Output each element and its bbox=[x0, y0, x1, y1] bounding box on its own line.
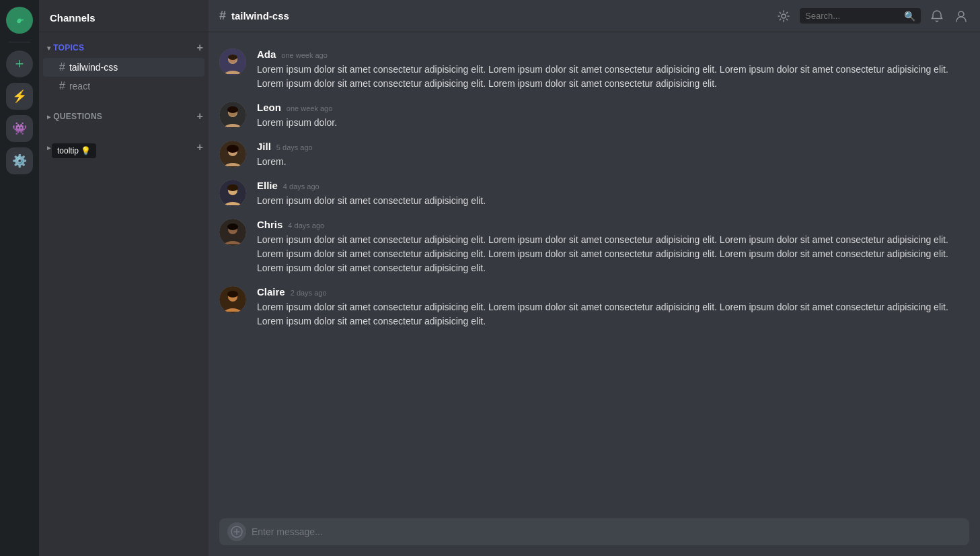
add-questions-button[interactable]: + bbox=[196, 110, 203, 123]
message-header: Chris 4 days ago bbox=[257, 219, 969, 230]
sidebar-title: Channels bbox=[50, 12, 198, 24]
message-item: Ellie 4 days ago Lorem ipsum dolor sit a… bbox=[209, 174, 980, 213]
avatar bbox=[219, 48, 246, 75]
message-timestamp: 2 days ago bbox=[291, 289, 327, 297]
add-attachment-button[interactable] bbox=[227, 522, 246, 541]
user-profile-button[interactable] bbox=[953, 8, 969, 24]
message-header: Ada one week ago bbox=[257, 48, 969, 60]
message-input-area bbox=[209, 518, 980, 556]
message-item: Ada one week ago Lorem ipsum dolor sit a… bbox=[209, 43, 980, 96]
sidebar: Channels ▾ Topics + # tailwind-css # rea… bbox=[39, 0, 209, 556]
current-channel-name: tailwind-css bbox=[231, 10, 289, 22]
category-questions-label: Questions bbox=[53, 112, 102, 121]
message-author: Chris bbox=[257, 219, 282, 230]
message-item: Jill 5 days ago Lorem. bbox=[209, 135, 980, 174]
message-author: Claire bbox=[257, 286, 285, 298]
channel-name-react: react bbox=[69, 81, 90, 92]
chevron-right-icon: ▸ bbox=[47, 113, 50, 120]
chevron-right-icon2: ▸ bbox=[47, 144, 50, 151]
message-header: Leon one week ago bbox=[257, 102, 969, 113]
message-input[interactable] bbox=[252, 518, 961, 545]
sidebar-category-questions[interactable]: ▸ Questions + bbox=[39, 106, 209, 127]
sidebar-header: Channels bbox=[39, 0, 209, 32]
hash-icon: # bbox=[59, 61, 65, 73]
message-content: Claire 2 days ago Lorem ipsum dolor sit … bbox=[257, 286, 969, 328]
svg-point-19 bbox=[227, 223, 238, 230]
svg-point-1 bbox=[782, 14, 786, 18]
nav-settings-button[interactable]: ⚙️ tooltip 💡 bbox=[6, 147, 33, 174]
main-content: # tailwind-css 🔍 bbox=[209, 0, 980, 556]
message-content: Jill 5 days ago Lorem. bbox=[257, 141, 969, 169]
avatar bbox=[219, 102, 246, 129]
message-text: Lorem ipsum dolor sit amet consectetur a… bbox=[257, 194, 969, 208]
svg-point-22 bbox=[227, 291, 238, 298]
sidebar-channel-react[interactable]: # react bbox=[43, 77, 204, 96]
svg-point-16 bbox=[227, 184, 238, 191]
channel-name-tailwind: tailwind-css bbox=[69, 62, 118, 73]
nav-alien-button[interactable]: 👾 bbox=[6, 115, 33, 142]
app-logo-icon[interactable] bbox=[6, 7, 33, 34]
message-content: Ada one week ago Lorem ipsum dolor sit a… bbox=[257, 48, 969, 91]
settings-gear-button[interactable] bbox=[776, 8, 792, 24]
add-random-button[interactable]: + bbox=[196, 141, 203, 153]
add-icon: + bbox=[15, 55, 24, 73]
message-author: Ellie bbox=[257, 180, 278, 191]
message-content: Chris 4 days ago Lorem ipsum dolor sit a… bbox=[257, 219, 969, 275]
avatar bbox=[219, 286, 246, 313]
settings-icon: ⚙️ bbox=[12, 153, 27, 168]
nav-lightning-button[interactable]: ⚡ bbox=[6, 83, 33, 110]
message-timestamp: 4 days ago bbox=[288, 221, 324, 230]
message-item: Leon one week ago Lorem ipsum dolor. bbox=[209, 96, 980, 135]
message-timestamp: one week ago bbox=[287, 104, 333, 112]
svg-point-6 bbox=[228, 55, 237, 60]
message-input-box bbox=[219, 518, 969, 545]
sidebar-section-questions: ▸ Questions + bbox=[39, 101, 209, 132]
message-author: Jill bbox=[257, 141, 271, 152]
add-server-button[interactable]: + bbox=[6, 50, 33, 77]
category-topics-label: Topics bbox=[53, 43, 84, 53]
icon-bar-divider bbox=[9, 42, 30, 42]
hash-icon: # bbox=[59, 80, 65, 92]
svg-point-2 bbox=[958, 11, 964, 17]
message-text: Lorem ipsum dolor. bbox=[257, 116, 969, 130]
search-container: 🔍 bbox=[800, 8, 921, 24]
message-text: Lorem. bbox=[257, 155, 969, 169]
lightning-icon: ⚡ bbox=[12, 89, 27, 104]
message-header: Claire 2 days ago bbox=[257, 286, 969, 298]
alien-icon: 👾 bbox=[12, 121, 27, 136]
channel-header-left: # tailwind-css bbox=[219, 9, 289, 23]
message-content: Ellie 4 days ago Lorem ipsum dolor sit a… bbox=[257, 180, 969, 208]
message-header: Jill 5 days ago bbox=[257, 141, 969, 152]
icon-bar: + ⚡ 👾 ⚙️ tooltip 💡 bbox=[0, 0, 39, 556]
add-topic-button[interactable]: + bbox=[196, 42, 203, 54]
chevron-down-icon: ▾ bbox=[47, 44, 50, 52]
avatar bbox=[219, 180, 246, 207]
message-header: Ellie 4 days ago bbox=[257, 180, 969, 191]
svg-point-10 bbox=[227, 106, 238, 113]
message-author: Ada bbox=[257, 48, 276, 60]
svg-point-13 bbox=[227, 145, 239, 153]
notification-bell-button[interactable] bbox=[929, 8, 945, 24]
search-input[interactable] bbox=[800, 8, 921, 24]
message-content: Leon one week ago Lorem ipsum dolor. bbox=[257, 102, 969, 130]
message-item: Claire 2 days ago Lorem ipsum dolor sit … bbox=[209, 281, 980, 334]
message-timestamp: 4 days ago bbox=[283, 182, 319, 190]
avatar bbox=[219, 219, 246, 246]
search-icon: 🔍 bbox=[904, 11, 915, 22]
main-header: # tailwind-css 🔍 bbox=[209, 0, 980, 32]
message-author: Leon bbox=[257, 102, 281, 113]
message-item: Chris 4 days ago Lorem ipsum dolor sit a… bbox=[209, 213, 980, 281]
message-text: Lorem ipsum dolor sit amet consectetur a… bbox=[257, 233, 969, 275]
messages-list: Ada one week ago Lorem ipsum dolor sit a… bbox=[209, 32, 980, 518]
message-text: Lorem ipsum dolor sit amet consectetur a… bbox=[257, 63, 969, 91]
channel-header-right: 🔍 bbox=[776, 8, 969, 24]
tooltip: tooltip 💡 bbox=[52, 143, 96, 158]
message-timestamp: 5 days ago bbox=[276, 143, 313, 151]
sidebar-category-topics[interactable]: ▾ Topics + bbox=[39, 38, 209, 58]
sidebar-channel-tailwind-css[interactable]: # tailwind-css bbox=[43, 58, 204, 77]
channel-hash-icon: # bbox=[219, 9, 226, 23]
sidebar-section-topics: ▾ Topics + # tailwind-css # react bbox=[39, 32, 209, 101]
message-text: Lorem ipsum dolor sit amet consectetur a… bbox=[257, 300, 969, 328]
avatar bbox=[219, 141, 246, 168]
message-timestamp: one week ago bbox=[281, 51, 328, 59]
